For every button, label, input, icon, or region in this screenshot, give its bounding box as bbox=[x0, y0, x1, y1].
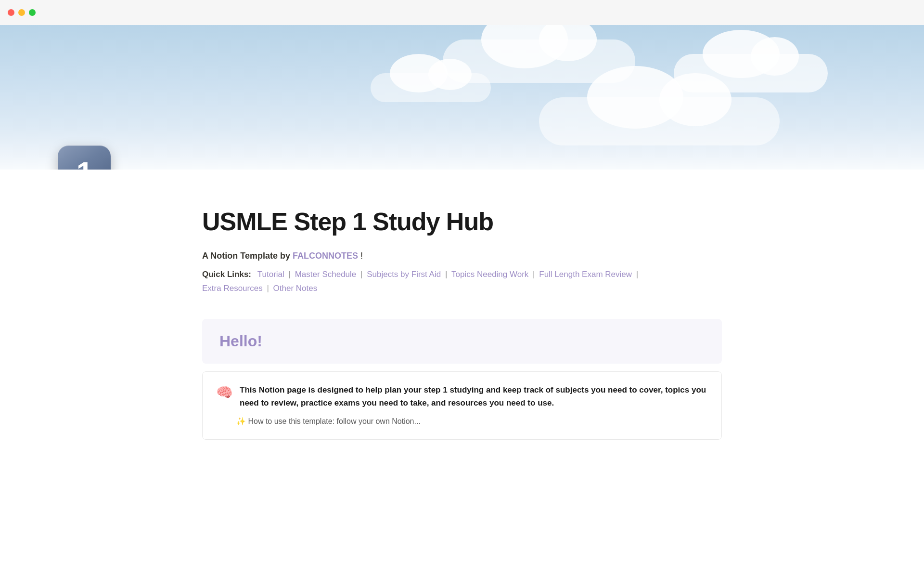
link-extra-resources[interactable]: Extra Resources bbox=[202, 284, 263, 293]
link-other-notes[interactable]: Other Notes bbox=[273, 284, 318, 293]
link-full-length-exam-review[interactable]: Full Length Exam Review bbox=[539, 270, 632, 279]
sep-5: | bbox=[636, 270, 638, 279]
link-subjects-by-first-aid[interactable]: Subjects by First Aid bbox=[367, 270, 441, 279]
cloud-decoration-3 bbox=[371, 73, 491, 102]
info-box: 🧠 This Notion page is designed to help p… bbox=[202, 371, 722, 440]
page-icon-wrapper: 1 bbox=[58, 145, 111, 170]
info-text-secondary: ✨ How to use this template: follow your … bbox=[216, 415, 708, 428]
close-button[interactable] bbox=[8, 9, 14, 16]
sep-4: | bbox=[533, 270, 537, 279]
sep-1: | bbox=[289, 270, 293, 279]
subtitle-line: A Notion Template by FALCONNOTES ! bbox=[202, 251, 722, 261]
minimize-button[interactable] bbox=[18, 9, 25, 16]
content-area: USMLE Step 1 Study Hub A Notion Template… bbox=[173, 170, 751, 469]
page-title: USMLE Step 1 Study Hub bbox=[202, 208, 722, 236]
sep-2: | bbox=[360, 270, 365, 279]
hero-banner: 1 bbox=[0, 25, 924, 170]
titlebar bbox=[0, 0, 924, 25]
subtitle-suffix: ! bbox=[360, 251, 363, 261]
page-icon-text: 1 bbox=[77, 155, 92, 170]
hello-section: Hello! bbox=[202, 319, 722, 364]
quick-links-label: Quick Links: bbox=[202, 270, 251, 279]
hello-heading: Hello! bbox=[219, 332, 705, 350]
info-text: This Notion page is designed to help pla… bbox=[240, 383, 708, 409]
info-icon: 🧠 bbox=[216, 384, 233, 400]
cloud-decoration-4 bbox=[539, 97, 780, 145]
subtitle-prefix: A Notion Template by bbox=[202, 251, 293, 261]
sep-3: | bbox=[445, 270, 449, 279]
sep-6: | bbox=[267, 284, 271, 293]
info-box-content: 🧠 This Notion page is designed to help p… bbox=[216, 383, 708, 409]
link-master-schedule[interactable]: Master Schedule bbox=[295, 270, 357, 279]
link-tutorial[interactable]: Tutorial bbox=[257, 270, 284, 279]
link-topics-needing-work[interactable]: Topics Needing Work bbox=[451, 270, 528, 279]
page-icon: 1 bbox=[58, 145, 111, 170]
quick-links-line: Quick Links: Tutorial | Master Schedule … bbox=[202, 268, 722, 296]
maximize-button[interactable] bbox=[29, 9, 36, 16]
brand-link[interactable]: FALCONNOTES bbox=[293, 251, 358, 261]
